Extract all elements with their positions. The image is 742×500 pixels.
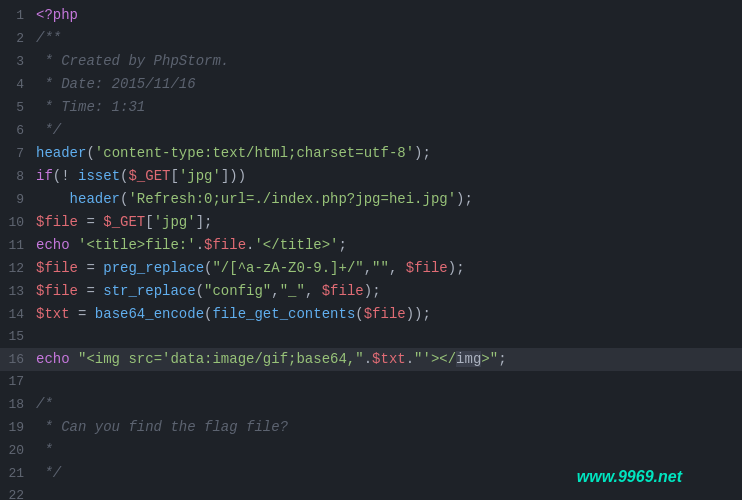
line-content: $txt = base64_encode(file_get_contents($…	[36, 303, 431, 325]
line-content: */	[36, 119, 61, 141]
code-line: 20 *	[0, 439, 742, 462]
line-content: <?php	[36, 4, 78, 26]
code-line: 19 * Can you find the flag file?	[0, 416, 742, 439]
line-number: 9	[0, 189, 36, 211]
line-content: if(! isset($_GET['jpg']))	[36, 165, 246, 187]
line-number: 2	[0, 28, 36, 50]
line-number: 17	[0, 371, 36, 393]
code-line: 16echo "<img src='data:image/gif;base64,…	[0, 348, 742, 371]
line-number: 11	[0, 235, 36, 257]
code-line: 15	[0, 326, 742, 348]
line-number: 1	[0, 5, 36, 27]
code-line: 10$file = $_GET['jpg'];	[0, 211, 742, 234]
line-number: 22	[0, 485, 36, 500]
code-line: 6 */	[0, 119, 742, 142]
line-number: 16	[0, 349, 36, 371]
line-content: /**	[36, 27, 61, 49]
line-content: echo '<title>file:'.$file.'</title>';	[36, 234, 347, 256]
line-content: /*	[36, 393, 53, 415]
line-number: 3	[0, 51, 36, 73]
code-line: 17	[0, 371, 742, 393]
code-line: 2/**	[0, 27, 742, 50]
line-number: 8	[0, 166, 36, 188]
code-line: 13$file = str_replace("config","_", $fil…	[0, 280, 742, 303]
line-number: 5	[0, 97, 36, 119]
code-line: 1<?php	[0, 4, 742, 27]
line-number: 20	[0, 440, 36, 462]
line-number: 4	[0, 74, 36, 96]
code-line: 9 header('Refresh:0;url=./index.php?jpg=…	[0, 188, 742, 211]
code-line: 18/*	[0, 393, 742, 416]
code-editor: 1<?php2/**3 * Created by PhpStorm.4 * Da…	[0, 0, 742, 500]
line-content: echo "<img src='data:image/gif;base64,".…	[36, 348, 507, 370]
line-content: */	[36, 462, 61, 484]
line-content: * Can you find the flag file?	[36, 416, 288, 438]
line-number: 12	[0, 258, 36, 280]
code-line: 4 * Date: 2015/11/16	[0, 73, 742, 96]
line-number: 13	[0, 281, 36, 303]
line-content: header('content-type:text/html;charset=u…	[36, 142, 431, 164]
line-number: 18	[0, 394, 36, 416]
line-content: *	[36, 439, 53, 461]
line-number: 19	[0, 417, 36, 439]
code-line: 11echo '<title>file:'.$file.'</title>';	[0, 234, 742, 257]
line-content: $file = $_GET['jpg'];	[36, 211, 212, 233]
code-line: 22	[0, 485, 742, 500]
line-content: * Date: 2015/11/16	[36, 73, 196, 95]
code-lines: 1<?php2/**3 * Created by PhpStorm.4 * Da…	[0, 4, 742, 500]
line-number: 21	[0, 463, 36, 485]
line-number: 15	[0, 326, 36, 348]
code-line: 12$file = preg_replace("/[^a-zA-Z0-9.]+/…	[0, 257, 742, 280]
line-number: 6	[0, 120, 36, 142]
code-line: 14$txt = base64_encode(file_get_contents…	[0, 303, 742, 326]
code-line: 5 * Time: 1:31	[0, 96, 742, 119]
code-line: 3 * Created by PhpStorm.	[0, 50, 742, 73]
code-line: 8if(! isset($_GET['jpg']))	[0, 165, 742, 188]
line-number: 10	[0, 212, 36, 234]
line-content: header('Refresh:0;url=./index.php?jpg=he…	[36, 188, 473, 210]
line-number: 7	[0, 143, 36, 165]
line-content: $file = preg_replace("/[^a-zA-Z0-9.]+/",…	[36, 257, 465, 279]
line-number: 14	[0, 304, 36, 326]
line-content: $file = str_replace("config","_", $file)…	[36, 280, 381, 302]
watermark: www.9969.net	[577, 468, 682, 486]
line-content: * Time: 1:31	[36, 96, 145, 118]
code-line: 7header('content-type:text/html;charset=…	[0, 142, 742, 165]
line-content: * Created by PhpStorm.	[36, 50, 229, 72]
